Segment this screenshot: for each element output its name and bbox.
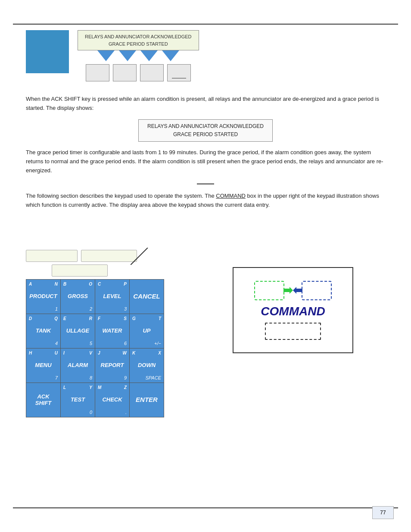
key-level[interactable]: CP LEVEL 3 [95, 280, 130, 314]
center-dash [197, 184, 214, 184]
para-1: When the ACK SHIFT key is pressed while … [26, 95, 385, 113]
dashed-rect-bottom [265, 323, 321, 340]
key-ack-shift[interactable]: ACKSHIFT [26, 383, 61, 417]
page-number-box: 77 [372, 506, 394, 519]
key-test[interactable]: LY TEST 0 [61, 383, 95, 417]
key-up[interactable]: GT UP +/− [130, 314, 164, 348]
key-enter[interactable]: ENTER [130, 383, 164, 417]
keypad-section: AN PRODUCT 1 BO GROSS 2 CP LEVEL 3 CANCE… [26, 250, 164, 417]
diagram-area: RELAYS AND ANNUNCIATOR ACKNOWLEDGED GRAC… [26, 30, 199, 81]
small-box-3 [140, 64, 164, 81]
arrow2 [117, 50, 138, 63]
key-down[interactable]: KX DOWN SPACE [130, 348, 164, 383]
command-top-row [254, 281, 332, 300]
dashed-rect-left [254, 281, 284, 300]
key-water[interactable]: FS WATER 6 [95, 314, 130, 348]
page-number: 77 [380, 510, 386, 516]
svg-marker-5 [283, 287, 293, 294]
small-boxes-row [86, 64, 191, 81]
key-product[interactable]: AN PRODUCT 1 [26, 280, 61, 314]
key-tank[interactable]: DQ TANK 4 [26, 314, 61, 348]
bottom-rule [13, 507, 398, 508]
arrow-left-icon [293, 287, 302, 294]
display-box-2 [81, 250, 137, 262]
dashed-rect-right [302, 281, 332, 300]
display-box-3 [52, 264, 108, 277]
slash-icon [131, 248, 152, 265]
display-box-1 [26, 250, 78, 262]
key-menu[interactable]: HU MENU 7 [26, 348, 61, 383]
small-box-2 [113, 64, 137, 81]
middle-text: When the ACK SHIFT key is pressed while … [26, 95, 385, 214]
top-rule [13, 24, 398, 25]
section-divider [26, 179, 385, 188]
key-ullage[interactable]: ER ULLAGE 5 [61, 314, 95, 348]
svg-marker-2 [140, 50, 158, 61]
para-relay-msg: RELAYS AND ANNUNCIATOR ACKNOWLEDGEDGRACE… [26, 119, 385, 142]
small-box-line [172, 78, 186, 78]
para-3: The following section describes the keyp… [26, 192, 385, 210]
key-cancel[interactable]: CANCEL [130, 280, 164, 314]
svg-marker-0 [97, 50, 115, 61]
arrows-row [95, 50, 181, 63]
small-box-1 [86, 64, 109, 81]
key-gross[interactable]: BO GROSS 2 [61, 280, 95, 314]
svg-marker-1 [119, 50, 136, 61]
svg-line-4 [131, 248, 148, 265]
command-box: COMMAND [233, 267, 353, 353]
relay-box: RELAYS AND ANNUNCIATOR ACKNOWLEDGED GRAC… [78, 30, 199, 50]
arrow-right-icon [283, 287, 293, 294]
key-alarm[interactable]: IV ALARM 8 [61, 348, 95, 383]
key-check[interactable]: MZ CHECK . [95, 383, 130, 417]
arrow1 [95, 50, 117, 63]
key-report[interactable]: JW REPORT 9 [95, 348, 130, 383]
diagram-right: RELAYS AND ANNUNCIATOR ACKNOWLEDGED GRAC… [78, 30, 199, 81]
svg-marker-3 [162, 50, 179, 61]
small-box-4 [167, 64, 191, 81]
arrow3 [138, 50, 160, 63]
command-underline: COMMAND [216, 193, 246, 199]
dashed-left-container [254, 281, 284, 300]
keypad-grid: AN PRODUCT 1 BO GROSS 2 CP LEVEL 3 CANCE… [26, 279, 164, 417]
arrow4 [160, 50, 181, 63]
dashed-right-container [302, 281, 332, 300]
svg-marker-6 [293, 287, 302, 294]
blue-square [26, 30, 69, 73]
command-label: COMMAND [261, 305, 325, 318]
para-2: The grace period timer is configurable a… [26, 148, 385, 175]
